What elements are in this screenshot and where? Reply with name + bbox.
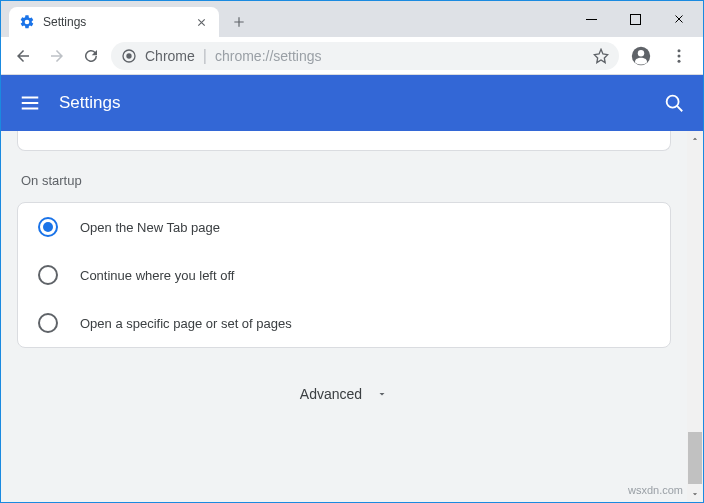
radio-icon[interactable] xyxy=(38,313,58,333)
radio-icon[interactable] xyxy=(38,217,58,237)
radio-label: Open a specific page or set of pages xyxy=(80,316,292,331)
svg-rect-0 xyxy=(630,14,640,24)
omnibox-url: chrome://settings xyxy=(215,48,585,64)
startup-card: Open the New Tab page Continue where you… xyxy=(17,202,671,348)
chevron-down-icon xyxy=(376,388,388,400)
startup-option-new-tab[interactable]: Open the New Tab page xyxy=(18,203,670,251)
settings-content: On startup Open the New Tab page Continu… xyxy=(1,131,687,502)
svg-point-2 xyxy=(126,53,131,58)
scrollbar[interactable] xyxy=(687,131,703,502)
settings-gear-icon xyxy=(19,14,35,30)
new-tab-button[interactable] xyxy=(225,8,253,36)
svg-point-7 xyxy=(678,59,681,62)
bookmark-star-icon[interactable] xyxy=(593,48,609,64)
back-button[interactable] xyxy=(9,42,37,70)
content-wrapper: On startup Open the New Tab page Continu… xyxy=(1,131,703,502)
startup-option-specific[interactable]: Open a specific page or set of pages xyxy=(18,299,670,347)
previous-card-edge xyxy=(17,131,671,151)
settings-header: Settings xyxy=(1,75,703,131)
site-info-icon[interactable] xyxy=(121,48,137,64)
window-maximize-button[interactable] xyxy=(613,5,657,33)
search-icon[interactable] xyxy=(663,92,685,114)
forward-button[interactable] xyxy=(43,42,71,70)
omnibox-separator: | xyxy=(203,47,207,65)
tab-strip: Settings xyxy=(1,1,567,37)
chrome-menu-button[interactable] xyxy=(663,40,695,72)
menu-icon[interactable] xyxy=(19,92,41,114)
browser-tab[interactable]: Settings xyxy=(9,7,219,37)
radio-icon[interactable] xyxy=(38,265,58,285)
svg-point-8 xyxy=(667,96,679,108)
watermark: wsxdn.com xyxy=(628,484,683,496)
section-label-startup: On startup xyxy=(17,173,671,188)
scroll-down-icon[interactable] xyxy=(687,486,703,502)
tab-close-icon[interactable] xyxy=(193,14,209,30)
window-close-button[interactable] xyxy=(657,5,701,33)
reload-button[interactable] xyxy=(77,42,105,70)
radio-label: Open the New Tab page xyxy=(80,220,220,235)
tab-title: Settings xyxy=(43,15,185,29)
startup-option-continue[interactable]: Continue where you left off xyxy=(18,251,670,299)
svg-point-6 xyxy=(678,54,681,57)
page-title: Settings xyxy=(59,93,645,113)
advanced-label: Advanced xyxy=(300,386,362,402)
window-controls xyxy=(567,1,703,37)
radio-label: Continue where you left off xyxy=(80,268,234,283)
scroll-thumb[interactable] xyxy=(688,432,702,484)
advanced-toggle[interactable]: Advanced xyxy=(300,386,388,402)
omnibox-prefix: Chrome xyxy=(145,48,195,64)
address-bar[interactable]: Chrome | chrome://settings xyxy=(111,42,619,70)
svg-point-5 xyxy=(678,49,681,52)
profile-button[interactable] xyxy=(625,40,657,72)
browser-toolbar: Chrome | chrome://settings xyxy=(1,37,703,75)
scroll-up-icon[interactable] xyxy=(687,131,703,147)
window-titlebar: Settings xyxy=(1,1,703,37)
window-minimize-button[interactable] xyxy=(569,5,613,33)
svg-point-4 xyxy=(638,50,644,56)
